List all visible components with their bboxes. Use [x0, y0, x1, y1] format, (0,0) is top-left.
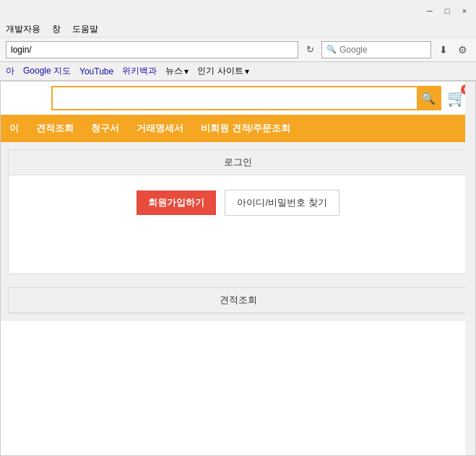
url-input[interactable] — [6, 41, 298, 58]
menu-item-window[interactable]: 창 — [52, 23, 61, 35]
yellow-nav: 이 견적조회 청구서 거래명세서 비회원 견적/주문조회 — [1, 115, 475, 142]
register-button[interactable]: 회원가입하기 — [137, 190, 216, 215]
menu-bar: 개발자용 창 도움말 — [0, 22, 476, 38]
address-bar: ↻ 🔍 ⬇ ⚙ — [0, 38, 476, 62]
toolbar-download-button[interactable]: ⬇ — [436, 42, 451, 58]
login-section: 로그인 회원가입하기 아이디/비밀번호 찾기 — [8, 149, 468, 274]
bookmarks-bar: 아 Google 지도 YouTube 위키백과 뉴스 ▾ 인기 사이트 ▾ — [0, 62, 476, 81]
bookmark-item-a[interactable]: 아 — [6, 65, 14, 77]
site-content: 🔍 🛒 0 이 견적조회 청구서 거래명세서 비회원 견적/주문조회 로그인 — [1, 82, 475, 455]
window-chrome: ─ □ × — [0, 0, 476, 22]
google-search-icon: 🔍 — [326, 45, 337, 54]
quote-section-header: 견적조회 — [9, 288, 467, 313]
site-search-button[interactable]: 🔍 — [417, 87, 440, 110]
nav-item-bill[interactable]: 청구서 — [91, 122, 119, 135]
login-section-header: 로그인 — [9, 150, 467, 175]
bookmark-item-wikipedia[interactable]: 위키백과 — [122, 65, 157, 77]
site-wrapper: 🔍 🛒 0 이 견적조회 청구서 거래명세서 비회원 견적/주문조회 로그인 — [0, 81, 476, 456]
close-button[interactable]: × — [459, 5, 470, 17]
main-content: 로그인 회원가입하기 아이디/비밀번호 찾기 견적조회 — [1, 142, 475, 321]
nav-item-statement[interactable]: 거래명세서 — [137, 122, 183, 135]
login-body: 회원가입하기 아이디/비밀번호 찾기 — [9, 175, 467, 230]
bookmark-item-news[interactable]: 뉴스 ▾ — [165, 65, 189, 77]
menu-item-help[interactable]: 도움말 — [72, 23, 98, 35]
bookmark-item-popular[interactable]: 인기 사이트 ▾ — [197, 65, 248, 77]
cart-button[interactable]: 🛒 0 — [447, 89, 467, 108]
nav-item-0[interactable]: 이 — [9, 122, 19, 135]
maximize-button[interactable]: □ — [441, 5, 453, 17]
toolbar-settings-button[interactable]: ⚙ — [454, 42, 470, 58]
bookmark-item-youtube[interactable]: YouTube — [79, 66, 113, 76]
google-search-wrapper: 🔍 — [321, 41, 431, 58]
bookmark-item-google-maps[interactable]: Google 지도 — [23, 65, 71, 77]
google-search-input[interactable] — [339, 45, 426, 55]
nav-item-nonmember[interactable]: 비회원 견적/주문조회 — [201, 122, 290, 135]
site-search-icon: 🔍 — [421, 92, 436, 105]
site-header: 🔍 🛒 0 — [1, 82, 475, 115]
nav-item-quote[interactable]: 견적조회 — [36, 122, 74, 135]
minimize-button[interactable]: ─ — [424, 5, 436, 17]
toolbar-icons: ⬇ ⚙ — [436, 42, 470, 58]
menu-item-devtools[interactable]: 개발자용 — [6, 23, 40, 35]
find-account-button[interactable]: 아이디/비밀번호 찾기 — [225, 190, 339, 216]
refresh-button[interactable]: ↻ — [303, 43, 317, 57]
login-bottom — [9, 230, 467, 273]
site-search-input[interactable] — [59, 92, 417, 104]
quote-section: 견적조회 — [8, 287, 468, 314]
scrollbar[interactable] — [465, 82, 475, 455]
site-search-box: 🔍 — [51, 86, 441, 110]
